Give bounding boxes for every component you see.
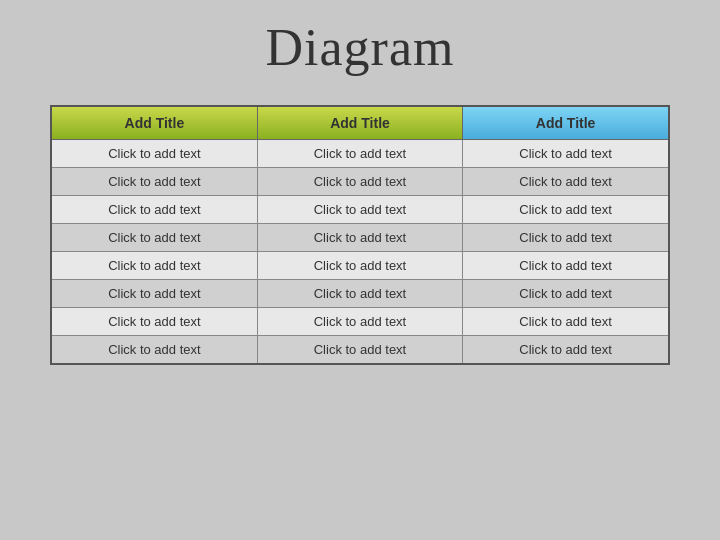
table-body: Click to add textClick to add textClick … xyxy=(51,140,669,365)
cell-r7-c1[interactable]: Click to add text xyxy=(257,336,462,365)
cell-r5-c1[interactable]: Click to add text xyxy=(257,280,462,308)
cell-r3-c1[interactable]: Click to add text xyxy=(257,224,462,252)
page: Diagram Add Title Add Title Add Title Cl… xyxy=(0,0,720,540)
table-row: Click to add textClick to add textClick … xyxy=(51,280,669,308)
cell-r6-c1[interactable]: Click to add text xyxy=(257,308,462,336)
cell-r5-c0[interactable]: Click to add text xyxy=(51,280,257,308)
cell-r2-c1[interactable]: Click to add text xyxy=(257,196,462,224)
table-row: Click to add textClick to add textClick … xyxy=(51,168,669,196)
cell-r0-c0[interactable]: Click to add text xyxy=(51,140,257,168)
cell-r2-c2[interactable]: Click to add text xyxy=(463,196,669,224)
cell-r4-c1[interactable]: Click to add text xyxy=(257,252,462,280)
table-row: Click to add textClick to add textClick … xyxy=(51,252,669,280)
table-row: Click to add textClick to add textClick … xyxy=(51,336,669,365)
table-container: Add Title Add Title Add Title Click to a… xyxy=(50,105,670,365)
diagram-table: Add Title Add Title Add Title Click to a… xyxy=(50,105,670,365)
cell-r4-c0[interactable]: Click to add text xyxy=(51,252,257,280)
cell-r6-c2[interactable]: Click to add text xyxy=(463,308,669,336)
table-row: Click to add textClick to add textClick … xyxy=(51,224,669,252)
cell-r0-c1[interactable]: Click to add text xyxy=(257,140,462,168)
cell-r7-c0[interactable]: Click to add text xyxy=(51,336,257,365)
column-header-3[interactable]: Add Title xyxy=(463,106,669,140)
cell-r1-c2[interactable]: Click to add text xyxy=(463,168,669,196)
cell-r1-c1[interactable]: Click to add text xyxy=(257,168,462,196)
cell-r1-c0[interactable]: Click to add text xyxy=(51,168,257,196)
cell-r5-c2[interactable]: Click to add text xyxy=(463,280,669,308)
cell-r7-c2[interactable]: Click to add text xyxy=(463,336,669,365)
cell-r2-c0[interactable]: Click to add text xyxy=(51,196,257,224)
cell-r3-c2[interactable]: Click to add text xyxy=(463,224,669,252)
cell-r6-c0[interactable]: Click to add text xyxy=(51,308,257,336)
table-row: Click to add textClick to add textClick … xyxy=(51,308,669,336)
table-row: Click to add textClick to add textClick … xyxy=(51,196,669,224)
column-header-2[interactable]: Add Title xyxy=(257,106,462,140)
cell-r4-c2[interactable]: Click to add text xyxy=(463,252,669,280)
cell-r0-c2[interactable]: Click to add text xyxy=(463,140,669,168)
table-row: Click to add textClick to add textClick … xyxy=(51,140,669,168)
table-header-row: Add Title Add Title Add Title xyxy=(51,106,669,140)
column-header-1[interactable]: Add Title xyxy=(51,106,257,140)
page-title: Diagram xyxy=(266,18,455,77)
cell-r3-c0[interactable]: Click to add text xyxy=(51,224,257,252)
